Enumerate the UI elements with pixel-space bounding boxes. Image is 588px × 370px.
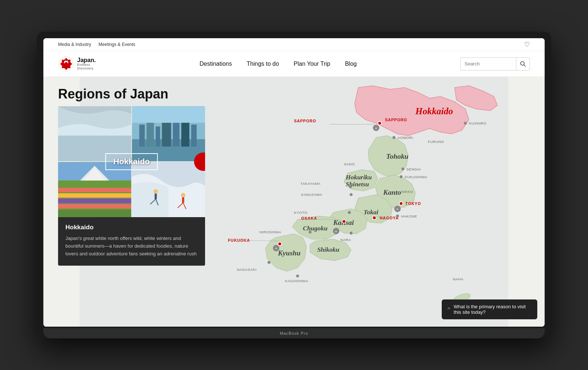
svg-rect-22 — [147, 121, 154, 147]
laptop-base: MacBook Pro — [43, 328, 545, 338]
svg-point-40 — [154, 189, 158, 194]
region-description: Japan's great white north offers wild, w… — [65, 235, 198, 258]
dot-kyoto — [348, 211, 351, 214]
svg-rect-36 — [58, 204, 131, 209]
label-takayama: TAKAYAMA — [300, 182, 320, 186]
svg-point-12 — [520, 61, 524, 65]
nav-destinations[interactable]: Destinations — [200, 61, 232, 67]
main-content: Regions of Japan — [43, 77, 545, 327]
nav-plan-your-trip[interactable]: Plan Your Trip — [294, 61, 330, 67]
nav-things-to-do[interactable]: Things to do — [247, 61, 279, 67]
label-sado: SADO — [344, 162, 355, 166]
region-image-4 — [132, 162, 205, 217]
dot-kagoshima — [296, 274, 299, 277]
region-label-overlay: Hokkaido — [105, 153, 158, 170]
label-hokkaido: Hokkaido — [415, 106, 453, 116]
label-hiroshima: HIROSHIMA — [259, 230, 281, 234]
label-naha: NAHA — [453, 277, 463, 281]
label-furano: FURANO — [428, 140, 444, 144]
meetings-events-link[interactable]: Meetings & Events — [98, 42, 135, 47]
svg-rect-28 — [132, 106, 205, 123]
label-tokai: Tokai — [363, 208, 378, 216]
dot-fukuoka — [278, 242, 282, 246]
media-industry-link[interactable]: Media & Industry — [58, 42, 91, 47]
dot-nagoya — [373, 216, 376, 220]
chat-text: What is the primary reason to visit this… — [454, 304, 531, 315]
dot-fukushima — [400, 175, 403, 178]
label-kyoto: KYOTO — [294, 211, 307, 215]
search-button[interactable] — [516, 58, 530, 70]
svg-rect-34 — [58, 193, 131, 198]
region-info: Hokkaido Japan's great white north offer… — [58, 217, 205, 266]
search-input[interactable] — [461, 61, 516, 67]
label-aomori: AOMORI — [398, 136, 413, 140]
svg-line-13 — [524, 65, 526, 67]
dot-hakone — [396, 215, 399, 218]
nav-blog[interactable]: Blog — [345, 61, 357, 67]
airport-icon-fukuoka: ✈ — [275, 247, 277, 250]
svg-rect-27 — [191, 125, 197, 147]
logo-brand: Japan. — [77, 57, 96, 64]
logo-tagline: EndlessDiscovery. — [77, 63, 96, 71]
label-sapporo: SAPPORO — [385, 118, 407, 122]
label-tohoku: Tohoku — [386, 152, 409, 160]
dot-nara — [350, 232, 353, 235]
label-osaka: OSAKA — [301, 216, 317, 220]
dot-nagasaki — [268, 261, 270, 264]
dot-kanazawa — [350, 193, 353, 196]
svg-point-7 — [65, 67, 67, 70]
label-kanto: Kanto — [383, 188, 401, 196]
svg-point-5 — [69, 63, 72, 65]
svg-point-44 — [181, 193, 185, 197]
label-kagoshima: KAGOSHIMA — [285, 279, 308, 283]
airport-icon-tokyo: ✈ — [396, 208, 399, 211]
dot-sendai — [401, 168, 404, 170]
dot-kushiro — [464, 122, 467, 125]
region-name: Hokkaido — [65, 224, 198, 231]
label-kanazawa: KANAZAWA — [301, 193, 322, 197]
label-tokyo: TOKYO — [405, 201, 421, 206]
label-hokuriku-1: Hokuriku — [345, 173, 372, 181]
label-nara: NARA — [340, 238, 351, 242]
logo-icon — [58, 56, 74, 72]
search-icon — [520, 61, 526, 67]
page-title: Regions of Japan — [58, 86, 168, 102]
top-bar: Media & Industry Meetings & Events ♡ — [43, 38, 545, 51]
svg-point-9 — [60, 63, 63, 65]
label-sendai: SENDAI — [406, 167, 421, 171]
airport-icon-sapporo: ✈ — [375, 127, 377, 130]
dot-tokyo — [399, 202, 403, 205]
site-header: Japan. EndlessDiscovery. Destinations Th… — [43, 51, 545, 77]
label-nagasaki: NAGASAKI — [237, 267, 257, 272]
svg-point-11 — [64, 62, 68, 66]
logo-text: Japan. EndlessDiscovery. — [77, 57, 96, 71]
logo[interactable]: Japan. EndlessDiscovery. — [58, 56, 96, 72]
svg-rect-23 — [156, 126, 160, 147]
svg-rect-37 — [58, 210, 131, 217]
laptop-frame: Media & Industry Meetings & Events ♡ — [37, 32, 551, 338]
region-image-3 — [58, 162, 131, 217]
region-card[interactable]: Hokkaido Hokkaido Japan's great white no… — [58, 106, 205, 266]
region-label-text: Hokkaido — [113, 157, 150, 166]
label-fukushima: FUKUSHIMA — [405, 175, 427, 179]
airport-icon-kansai: ✈ — [335, 230, 337, 233]
laptop-model-label: MacBook Pro — [280, 331, 308, 335]
heart-icon[interactable]: ♡ — [524, 40, 530, 49]
dot-takayama — [349, 185, 352, 188]
svg-rect-25 — [173, 123, 179, 147]
label-kushiro: KUSHIRO — [469, 121, 487, 125]
top-bar-links: Media & Industry Meetings & Events — [58, 42, 135, 47]
main-nav: Destinations Things to do Plan Your Trip… — [200, 61, 357, 67]
label-kyushu: Kyushu — [277, 249, 301, 257]
chat-widget[interactable]: ^ What is the primary reason to visit th… — [442, 299, 537, 319]
search-bar — [460, 57, 530, 71]
label-chugoku: Chugoku — [303, 224, 327, 232]
dot-sapporo — [378, 121, 381, 125]
svg-rect-33 — [58, 188, 131, 192]
svg-rect-24 — [162, 119, 171, 147]
laptop-screen: Media & Industry Meetings & Events ♡ — [43, 38, 545, 327]
region-images: Hokkaido — [58, 106, 205, 217]
svg-rect-41 — [155, 194, 157, 199]
label-shikoku: Shikoku — [317, 246, 339, 253]
svg-rect-35 — [58, 199, 131, 203]
